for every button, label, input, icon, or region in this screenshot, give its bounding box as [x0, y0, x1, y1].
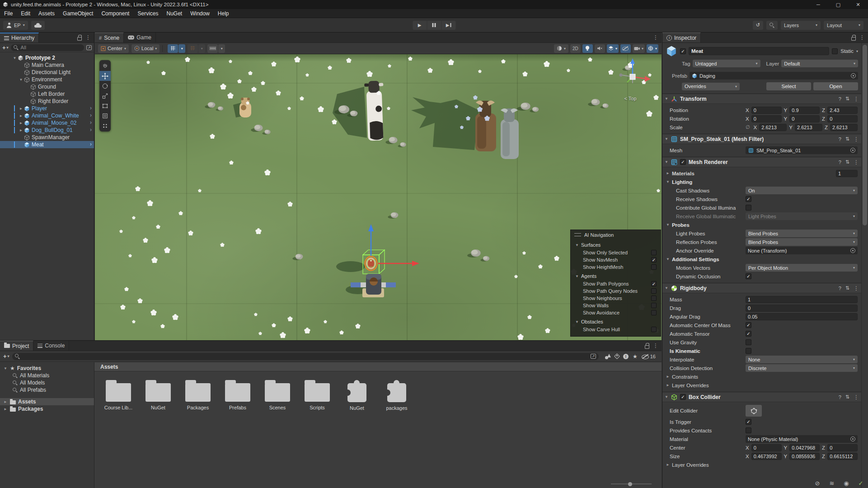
light-probes-dropdown[interactable]: Blend Probes▾	[746, 230, 858, 237]
menu-file[interactable]: File	[0, 10, 17, 17]
foldout-down-icon[interactable]: ▼	[18, 78, 24, 82]
menu-window[interactable]: Window	[186, 10, 214, 17]
foldout-down-icon[interactable]: ▼	[665, 286, 668, 290]
foldout-down-icon[interactable]: ▼	[3, 366, 8, 371]
scene-visibility-toggle[interactable]	[620, 44, 631, 53]
foldout-right-icon[interactable]: ►	[666, 383, 670, 387]
rotation-z-field[interactable]: 0	[827, 115, 858, 122]
open-prefab-arrow[interactable]: ›	[90, 112, 92, 118]
object-picker-icon[interactable]	[850, 436, 855, 441]
hierarchy-item-spawnmanager[interactable]: SpawnManager	[0, 134, 94, 141]
asset-prefabs[interactable]: Prefabs	[221, 378, 254, 411]
snap-increment-toggle[interactable]	[188, 44, 198, 53]
provides-contacts-checkbox[interactable]	[746, 427, 751, 433]
rotation-x-field[interactable]: 0	[751, 115, 782, 122]
automatic-tensor-checkbox[interactable]: ✓	[746, 331, 751, 337]
kebab-menu-icon[interactable]: ⋮	[854, 286, 859, 291]
favorites-filter-icon[interactable]: ★	[633, 354, 638, 359]
presets-icon[interactable]: ⇅	[845, 394, 849, 400]
kebab-menu-icon[interactable]: ⋮	[854, 395, 859, 399]
component-header-mesh_renderer[interactable]: ▼✓Mesh Renderer?⇅⋮	[662, 157, 861, 167]
hierarchy-item-dog-bulldog-01[interactable]: ►Dog_BullDog_01›	[0, 127, 94, 134]
center-y-field[interactable]: 0.0427968	[789, 444, 820, 451]
inspector-scrollbar[interactable]	[861, 43, 868, 488]
search-by-label-icon[interactable]	[614, 353, 620, 359]
is-kinematic-checkbox[interactable]	[746, 348, 751, 354]
account-button[interactable]: EP ▾	[3, 21, 28, 30]
kebab-menu-icon[interactable]: ⋮	[653, 35, 658, 40]
gizmos-toggle[interactable]: ▾	[647, 44, 658, 53]
kebab-menu-icon[interactable]: ⋮	[854, 160, 859, 164]
view-hand-tool[interactable]	[99, 61, 111, 71]
scene-lighting-toggle[interactable]	[582, 44, 593, 53]
drag-handle-icon[interactable]	[574, 233, 581, 236]
anchor-override-object-field[interactable]: None (Transform)	[746, 247, 858, 254]
project-root-assets[interactable]: ►Assets	[0, 398, 94, 405]
checkbox-show-path-query-nodes[interactable]	[651, 288, 657, 294]
debugger-status-icon[interactable]: ⊘	[813, 480, 822, 487]
asset-course-lib[interactable]: Course Lib...	[102, 378, 135, 411]
link-off-icon[interactable]: ∅	[746, 124, 750, 130]
scale-y-field[interactable]: 2.6213	[795, 124, 822, 131]
menu-edit[interactable]: Edit	[17, 10, 34, 17]
foldout-down-icon[interactable]: ▼	[665, 97, 668, 101]
hierarchy-item-animal-moose-02[interactable]: ►Animal_Moose_02›	[0, 119, 94, 127]
kebab-menu-icon[interactable]: ⋮	[85, 35, 91, 40]
layout-dropdown[interactable]: Layout▾	[824, 21, 863, 30]
undo-history-button[interactable]: ↺	[753, 21, 763, 30]
2d-toggle[interactable]: 2D	[570, 44, 581, 53]
prefab-object-field[interactable]: Daging	[690, 72, 858, 80]
materials-count-field[interactable]: 1	[836, 170, 858, 177]
kebab-menu-icon[interactable]: ⋮	[653, 343, 658, 348]
receive-shadows-checkbox[interactable]: ✓	[746, 196, 751, 202]
create-object-button[interactable]: +▾	[2, 44, 9, 51]
scale-z-field[interactable]: 2.6213	[830, 124, 858, 131]
asset-nuget[interactable]: NuGet	[141, 378, 175, 411]
help-icon[interactable]: ?	[839, 96, 841, 102]
favorite-all-materials[interactable]: All Materials	[0, 372, 94, 379]
orientation-gizmo[interactable]: < Top	[615, 56, 656, 104]
foldout-down-icon[interactable]: ▼	[665, 137, 668, 141]
asset-scenes[interactable]: Scenes	[261, 378, 294, 411]
interpolate-dropdown[interactable]: None▾	[746, 356, 858, 363]
collision-detection-dropdown[interactable]: Discrete▾	[746, 364, 858, 372]
drag-field[interactable]: 0	[746, 305, 858, 312]
foldout-down-icon[interactable]: ▼	[665, 395, 668, 399]
hierarchy-item-right-border[interactable]: Right Border	[0, 98, 94, 105]
foldout-right-icon[interactable]: ►	[18, 128, 24, 132]
material-object-field[interactable]: None (Physic Material)	[746, 435, 858, 443]
foldout-down-icon[interactable]: ▼	[12, 56, 18, 60]
angular-drag-field[interactable]: 0.05	[746, 313, 858, 320]
asset-packages[interactable]: Packages	[181, 378, 215, 411]
menu-services[interactable]: Services	[133, 10, 162, 17]
hierarchy-item-main-camera[interactable]: Main Camera	[0, 61, 94, 69]
create-asset-button[interactable]: +▾	[3, 353, 9, 360]
shading-mode-dropdown[interactable]: ▾	[554, 44, 568, 53]
object-name-field[interactable]: Meat	[689, 47, 829, 55]
grid-snapping-options[interactable]: ▾	[178, 44, 185, 53]
open-prefab-arrow[interactable]: ›	[90, 105, 92, 111]
open-prefab-arrow[interactable]: ›	[90, 119, 92, 126]
object-picker-icon[interactable]	[851, 73, 856, 78]
hierarchy-item-meat[interactable]: Meat›	[0, 141, 94, 148]
lock-icon[interactable]	[851, 37, 856, 41]
help-icon[interactable]: ?	[839, 286, 841, 291]
effects-toggle[interactable]: ▾	[607, 44, 619, 53]
cow[interactable]	[364, 80, 385, 141]
asset-nuget[interactable]: NuGet	[340, 378, 374, 411]
grid-snapping-toggle[interactable]	[168, 44, 178, 53]
is-trigger-checkbox[interactable]: ✓	[746, 419, 751, 425]
nav-group-obstacles[interactable]: ▼Obstacles	[571, 318, 661, 326]
overlay-title[interactable]: AI Navigation	[571, 230, 661, 239]
position-z-field[interactable]: 2.43	[827, 107, 858, 114]
minimize-button[interactable]: ─	[808, 0, 828, 9]
tool-handle-rotation-dropdown[interactable]: Local▾	[131, 44, 160, 53]
gizmo-view-label[interactable]: < Top	[615, 96, 646, 101]
foldout-down-icon[interactable]: ▼	[666, 223, 670, 227]
help-icon[interactable]: ?	[839, 394, 841, 400]
hierarchy-item-player[interactable]: ►Player›	[0, 105, 94, 112]
search-by-type-icon[interactable]	[605, 354, 611, 359]
progress-done-icon[interactable]: ✓	[856, 480, 865, 487]
scale-x-field[interactable]: 2.6213	[759, 124, 787, 131]
move-tool[interactable]	[99, 71, 111, 81]
